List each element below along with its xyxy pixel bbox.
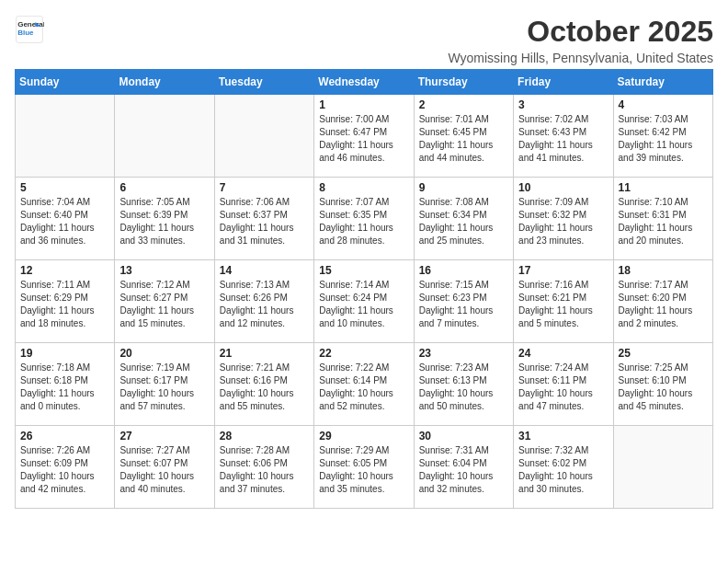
day-number: 31	[518, 430, 608, 442]
day-info: Sunrise: 7:31 AM Sunset: 6:04 PM Dayligh…	[419, 444, 508, 496]
weekday-header-tuesday: Tuesday	[214, 70, 313, 95]
calendar-subtitle: Wyomissing Hills, Pennsylvania, United S…	[448, 51, 713, 65]
day-number: 24	[518, 347, 608, 360]
day-cell: 5Sunrise: 7:04 AM Sunset: 6:40 PM Daylig…	[16, 178, 115, 260]
day-cell: 12Sunrise: 7:11 AM Sunset: 6:29 PM Dayli…	[16, 260, 115, 343]
day-info: Sunrise: 7:08 AM Sunset: 6:34 PM Dayligh…	[419, 196, 508, 247]
day-info: Sunrise: 7:09 AM Sunset: 6:32 PM Dayligh…	[518, 196, 608, 247]
day-cell: 13Sunrise: 7:12 AM Sunset: 6:27 PM Dayli…	[115, 260, 214, 343]
day-info: Sunrise: 7:15 AM Sunset: 6:23 PM Dayligh…	[419, 279, 508, 330]
day-cell: 29Sunrise: 7:29 AM Sunset: 6:05 PM Dayli…	[314, 426, 414, 509]
day-cell	[16, 95, 115, 178]
day-cell: 21Sunrise: 7:21 AM Sunset: 6:16 PM Dayli…	[214, 343, 313, 426]
day-info: Sunrise: 7:22 AM Sunset: 6:14 PM Dayligh…	[319, 362, 408, 413]
week-row-1: 1Sunrise: 7:00 AM Sunset: 6:47 PM Daylig…	[16, 95, 713, 178]
day-info: Sunrise: 7:12 AM Sunset: 6:27 PM Dayligh…	[119, 279, 209, 330]
day-info: Sunrise: 7:23 AM Sunset: 6:13 PM Dayligh…	[419, 362, 508, 413]
day-number: 14	[220, 264, 309, 277]
day-cell: 31Sunrise: 7:32 AM Sunset: 6:02 PM Dayli…	[514, 426, 613, 509]
day-number: 4	[619, 98, 708, 111]
week-row-4: 19Sunrise: 7:18 AM Sunset: 6:18 PM Dayli…	[16, 343, 713, 426]
weekday-header-row: SundayMondayTuesdayWednesdayThursdayFrid…	[16, 70, 713, 95]
day-cell: 20Sunrise: 7:19 AM Sunset: 6:17 PM Dayli…	[115, 343, 214, 426]
day-cell: 9Sunrise: 7:08 AM Sunset: 6:34 PM Daylig…	[414, 178, 513, 260]
day-cell: 25Sunrise: 7:25 AM Sunset: 6:10 PM Dayli…	[613, 343, 712, 426]
day-number: 18	[619, 264, 708, 277]
day-info: Sunrise: 7:18 AM Sunset: 6:18 PM Dayligh…	[20, 362, 109, 413]
day-cell: 27Sunrise: 7:27 AM Sunset: 6:07 PM Dayli…	[115, 426, 214, 509]
weekday-header-sunday: Sunday	[16, 70, 115, 95]
day-number: 30	[419, 430, 508, 442]
day-number: 10	[518, 181, 608, 194]
day-info: Sunrise: 7:29 AM Sunset: 6:05 PM Dayligh…	[319, 444, 408, 496]
day-cell: 30Sunrise: 7:31 AM Sunset: 6:04 PM Dayli…	[414, 426, 513, 509]
day-info: Sunrise: 7:25 AM Sunset: 6:10 PM Dayligh…	[619, 362, 708, 413]
logo: General Blue	[15, 15, 44, 44]
day-cell: 11Sunrise: 7:10 AM Sunset: 6:31 PM Dayli…	[613, 178, 712, 260]
day-cell: 14Sunrise: 7:13 AM Sunset: 6:26 PM Dayli…	[214, 260, 313, 343]
day-number: 27	[119, 430, 209, 442]
day-info: Sunrise: 7:28 AM Sunset: 6:06 PM Dayligh…	[220, 444, 309, 496]
calendar-table: SundayMondayTuesdayWednesdayThursdayFrid…	[15, 69, 713, 509]
day-cell: 15Sunrise: 7:14 AM Sunset: 6:24 PM Dayli…	[314, 260, 414, 343]
day-cell	[214, 95, 313, 178]
day-cell: 2Sunrise: 7:01 AM Sunset: 6:45 PM Daylig…	[414, 95, 513, 178]
day-number: 25	[619, 347, 708, 360]
day-cell: 19Sunrise: 7:18 AM Sunset: 6:18 PM Dayli…	[16, 343, 115, 426]
day-cell: 10Sunrise: 7:09 AM Sunset: 6:32 PM Dayli…	[514, 178, 613, 260]
day-number: 21	[220, 347, 309, 360]
week-row-5: 26Sunrise: 7:26 AM Sunset: 6:09 PM Dayli…	[16, 426, 713, 509]
day-number: 6	[119, 181, 209, 194]
day-cell	[115, 95, 214, 178]
day-cell: 4Sunrise: 7:03 AM Sunset: 6:42 PM Daylig…	[613, 95, 712, 178]
weekday-header-saturday: Saturday	[613, 70, 712, 95]
day-cell: 7Sunrise: 7:06 AM Sunset: 6:37 PM Daylig…	[214, 178, 313, 260]
day-number: 17	[518, 264, 608, 277]
day-number: 13	[119, 264, 209, 277]
weekday-header-wednesday: Wednesday	[314, 70, 414, 95]
day-info: Sunrise: 7:14 AM Sunset: 6:24 PM Dayligh…	[319, 279, 408, 330]
day-number: 7	[220, 181, 309, 194]
day-number: 26	[20, 430, 109, 442]
day-info: Sunrise: 7:00 AM Sunset: 6:47 PM Dayligh…	[319, 113, 408, 165]
svg-text:General: General	[17, 20, 44, 29]
weekday-header-friday: Friday	[514, 70, 613, 95]
weekday-header-monday: Monday	[115, 70, 214, 95]
weekday-header-thursday: Thursday	[414, 70, 513, 95]
day-info: Sunrise: 7:06 AM Sunset: 6:37 PM Dayligh…	[220, 196, 309, 247]
day-info: Sunrise: 7:02 AM Sunset: 6:43 PM Dayligh…	[518, 113, 608, 165]
day-number: 15	[319, 264, 408, 277]
day-info: Sunrise: 7:05 AM Sunset: 6:39 PM Dayligh…	[119, 196, 209, 247]
day-number: 20	[119, 347, 209, 360]
calendar-title: October 2025	[448, 15, 713, 49]
day-number: 28	[220, 430, 309, 442]
day-number: 1	[319, 98, 408, 111]
day-info: Sunrise: 7:24 AM Sunset: 6:11 PM Dayligh…	[518, 362, 608, 413]
day-info: Sunrise: 7:10 AM Sunset: 6:31 PM Dayligh…	[619, 196, 708, 247]
day-cell: 18Sunrise: 7:17 AM Sunset: 6:20 PM Dayli…	[613, 260, 712, 343]
day-cell: 26Sunrise: 7:26 AM Sunset: 6:09 PM Dayli…	[16, 426, 115, 509]
day-info: Sunrise: 7:26 AM Sunset: 6:09 PM Dayligh…	[20, 444, 109, 496]
day-cell: 3Sunrise: 7:02 AM Sunset: 6:43 PM Daylig…	[514, 95, 613, 178]
day-number: 12	[20, 264, 109, 277]
day-info: Sunrise: 7:19 AM Sunset: 6:17 PM Dayligh…	[119, 362, 209, 413]
day-info: Sunrise: 7:27 AM Sunset: 6:07 PM Dayligh…	[119, 444, 209, 496]
week-row-2: 5Sunrise: 7:04 AM Sunset: 6:40 PM Daylig…	[16, 178, 713, 260]
day-cell: 17Sunrise: 7:16 AM Sunset: 6:21 PM Dayli…	[514, 260, 613, 343]
header: General Blue October 2025 Wyomissing Hil…	[15, 15, 713, 65]
day-cell: 6Sunrise: 7:05 AM Sunset: 6:39 PM Daylig…	[115, 178, 214, 260]
logo-icon: General Blue	[15, 15, 44, 44]
day-number: 3	[518, 98, 608, 111]
day-cell: 1Sunrise: 7:00 AM Sunset: 6:47 PM Daylig…	[314, 95, 414, 178]
day-info: Sunrise: 7:04 AM Sunset: 6:40 PM Dayligh…	[20, 196, 109, 247]
day-number: 16	[419, 264, 508, 277]
day-cell: 28Sunrise: 7:28 AM Sunset: 6:06 PM Dayli…	[214, 426, 313, 509]
day-cell: 8Sunrise: 7:07 AM Sunset: 6:35 PM Daylig…	[314, 178, 414, 260]
day-info: Sunrise: 7:17 AM Sunset: 6:20 PM Dayligh…	[619, 279, 708, 330]
day-number: 9	[419, 181, 508, 194]
day-info: Sunrise: 7:01 AM Sunset: 6:45 PM Dayligh…	[419, 113, 508, 165]
svg-text:Blue: Blue	[17, 29, 34, 37]
day-number: 29	[319, 430, 408, 442]
day-info: Sunrise: 7:03 AM Sunset: 6:42 PM Dayligh…	[619, 113, 708, 165]
title-area: October 2025 Wyomissing Hills, Pennsylva…	[448, 15, 713, 65]
